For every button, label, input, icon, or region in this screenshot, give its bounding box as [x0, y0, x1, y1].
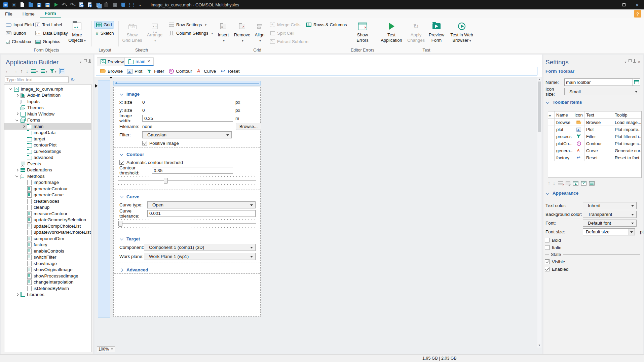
column-settings-button[interactable]: Column Settings [167, 29, 215, 37]
name-action-button[interactable] [633, 78, 640, 86]
scroll-up-icon[interactable] [537, 77, 541, 81]
sketch-mode-button[interactable]: Sketch [94, 29, 116, 37]
curve-tolerance-input[interactable] [147, 210, 256, 217]
move-up-icon[interactable] [548, 180, 550, 186]
collapse-icon[interactable] [14, 174, 20, 178]
open-file-icon[interactable] [27, 0, 35, 9]
back-icon[interactable] [5, 68, 10, 74]
visible-checkbox[interactable] [545, 259, 550, 264]
add-item-icon[interactable] [573, 181, 578, 186]
tree-item-updateCompChoiceList[interactable]: updateCompChoiceList [4, 223, 91, 229]
form-toolbar-contour-button[interactable]: Contour [167, 67, 195, 75]
tab-home[interactable]: Home [17, 10, 40, 18]
form-toolbar-filter-button[interactable]: Filter [145, 67, 167, 75]
target-section-header[interactable]: Target [119, 235, 256, 243]
move-down-icon[interactable] [553, 180, 555, 186]
undo-icon[interactable] [60, 0, 69, 9]
form-toolbar-object[interactable]: BrowsePlotFilterContourCurveReset [96, 67, 537, 75]
grid-mode-button[interactable]: Grid [94, 21, 114, 29]
tree-item-Forms[interactable]: Forms [4, 117, 91, 124]
add-toggle-item-icon[interactable] [581, 181, 586, 186]
advanced-section-header[interactable]: Advanced [119, 266, 256, 274]
tree-item-Main Window[interactable]: Main Window [4, 111, 91, 117]
appearance-section-header[interactable]: Appearance [545, 191, 640, 196]
font-dropdown[interactable]: Default font [583, 220, 637, 227]
contour-threshold-input[interactable] [152, 167, 233, 174]
input-field-button[interactable]: Input Field [4, 21, 36, 29]
find-icon[interactable] [85, 0, 94, 9]
browse-file-button[interactable]: Browse... [236, 123, 261, 130]
expand-all-button[interactable] [41, 68, 47, 74]
duplicate-icon[interactable] [111, 0, 119, 9]
filter-input[interactable] [5, 76, 69, 83]
forward-icon[interactable] [13, 68, 17, 74]
expand-columns-icon[interactable] [549, 112, 551, 118]
pin-panel-icon[interactable] [89, 59, 90, 62]
toolbar-item-row-filter[interactable]: processFilterPlot filtered i... [548, 133, 641, 140]
toolbar-items-table[interactable]: Name Icon Text Tooltip browseBrowseLoad … [548, 111, 642, 178]
tree-item-updateGeometrySelection[interactable]: updateGeometrySelection [4, 217, 91, 223]
contour-threshold-slider[interactable] [118, 175, 258, 187]
tree-item-contourPlot[interactable]: contourPlot [4, 142, 91, 149]
tree-item-enableControls[interactable]: enableControls [4, 248, 91, 254]
close-button[interactable] [631, 0, 644, 9]
tree-item-Add-in Definition[interactable]: Add-in Definition [4, 92, 91, 99]
tab-form[interactable]: Form [40, 9, 61, 18]
refresh-icon[interactable] [69, 77, 75, 83]
tree-item-showProcessedImage[interactable]: showProcessedImage [4, 273, 91, 279]
work-plane-dropdown[interactable]: Work Plane 1 (wp1) [144, 253, 256, 260]
form-canvas[interactable]: Image x: size0px y: size0px Image width:… [94, 77, 542, 354]
column-header[interactable]: Name [555, 111, 573, 119]
enabled-checkbox[interactable] [545, 267, 550, 271]
curve-tolerance-slider[interactable] [118, 218, 258, 230]
tree-item-changeInterpolation[interactable]: changeInterpolation [4, 279, 91, 286]
grid-column-strip[interactable] [113, 81, 261, 86]
expand-icon[interactable] [14, 93, 20, 98]
tree-item-Themes[interactable]: Themes [4, 105, 91, 111]
save-icon[interactable] [35, 0, 43, 9]
component-dropdown[interactable]: Component 1 (comp1) (3D) [144, 244, 256, 251]
font-size-combo[interactable]: Default size [583, 228, 635, 235]
rows-columns-button[interactable]: Rows & Columns [304, 21, 349, 29]
filter-button[interactable] [50, 68, 56, 74]
automatic-contour-threshold-checkbox[interactable] [119, 160, 124, 165]
tree-item-main[interactable]: main [4, 123, 91, 130]
panel-menu-icon[interactable] [80, 59, 81, 64]
align-button[interactable]: Align [252, 20, 267, 49]
tree-item-imageData[interactable]: imageData [4, 130, 91, 136]
customize-toolbar-icon[interactable] [136, 0, 144, 9]
data-display-button[interactable]: 1.23Data Display [34, 29, 70, 37]
column-header[interactable]: Tooltip [613, 111, 641, 119]
text-label-button[interactable]: TText Label [34, 21, 64, 29]
close-tab-icon[interactable] [147, 59, 150, 64]
tab-file[interactable]: File [0, 10, 17, 18]
tree-item-isDefinedByMesh[interactable]: isDefinedByMesh [4, 285, 91, 292]
curve-section-header[interactable]: Curve [119, 193, 256, 201]
delete-icon[interactable] [119, 0, 127, 9]
expand-icon[interactable] [14, 111, 20, 116]
contour-section-header[interactable]: Contour [119, 150, 256, 158]
name-input[interactable] [564, 78, 633, 86]
italic-checkbox[interactable] [545, 245, 550, 250]
graphics-button[interactable]: Graphics [34, 38, 62, 45]
move-up-icon[interactable] [21, 68, 23, 74]
run-icon[interactable] [52, 0, 60, 9]
expand-icon[interactable] [21, 124, 27, 129]
new-file-icon[interactable] [18, 0, 27, 9]
panel-menu-icon[interactable] [624, 59, 626, 64]
help-button[interactable]: ? [634, 10, 641, 18]
row-handle-icon[interactable] [95, 84, 98, 88]
background-color-dropdown[interactable]: Transparent [583, 211, 637, 218]
tree-item-advanced[interactable]: advanced [4, 155, 91, 161]
zoom-document-icon[interactable] [77, 0, 85, 9]
form-toolbar-browse-button[interactable]: Browse [99, 67, 126, 75]
edit-item-icon[interactable] [566, 181, 570, 185]
tree-item-target[interactable]: target [4, 136, 91, 142]
close-panel-icon[interactable] [638, 59, 640, 64]
tree-item-cleanup[interactable]: cleanup [4, 204, 91, 211]
filter-dropdown[interactable]: Gaussian [142, 131, 232, 138]
add-separator-icon[interactable] [589, 181, 595, 186]
expand-icon[interactable] [14, 168, 20, 172]
view-mode-button[interactable] [59, 68, 65, 74]
toolbar-item-row-contour[interactable]: plotCo...ContourPlot image c... [548, 140, 641, 147]
